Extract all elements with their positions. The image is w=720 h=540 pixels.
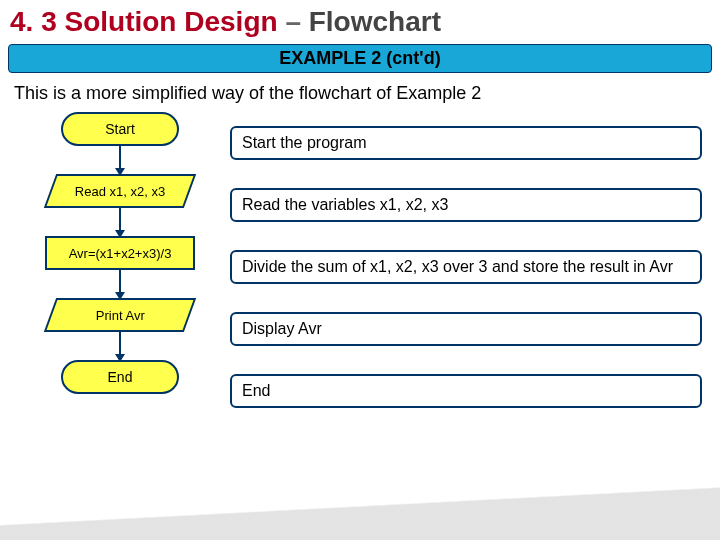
terminator-end-shape: End (61, 360, 179, 394)
shape-label: End (108, 369, 133, 385)
flow-row-start: Start Start the program (10, 112, 720, 174)
shape-col: Print Avr (10, 298, 230, 360)
flow-row-process: Avr=(x1+x2+x3)/3 Divide the sum of x1, x… (10, 236, 720, 298)
arrow-down-icon (119, 208, 121, 236)
desc-print: Display Avr (230, 312, 702, 346)
arrow-down-icon (119, 270, 121, 298)
example-banner: EXAMPLE 2 (cnt'd) (8, 44, 712, 73)
page-title: 4. 3 Solution Design – Flowchart (0, 0, 720, 40)
io-read-shape: Read x1, x2, x3 (44, 174, 196, 208)
arrow-down-icon (119, 146, 121, 174)
shape-label: Start (105, 121, 135, 137)
intro-text: This is a more simplified way of the flo… (0, 75, 720, 112)
shape-label: Avr=(x1+x2+x3)/3 (69, 246, 172, 261)
title-topic: Flowchart (309, 6, 441, 37)
shape-col: Avr=(x1+x2+x3)/3 (10, 236, 230, 298)
process-average-shape: Avr=(x1+x2+x3)/3 (45, 236, 195, 270)
decorative-wedge (0, 430, 720, 540)
title-separator: – (285, 6, 301, 37)
desc-end: End (230, 374, 702, 408)
shape-label: Print Avr (96, 308, 145, 323)
desc-start: Start the program (230, 126, 702, 160)
title-section: 4. 3 Solution Design (10, 6, 278, 37)
arrow-down-icon (119, 332, 121, 360)
shape-col: End (10, 360, 230, 422)
shape-label: Read x1, x2, x3 (75, 184, 165, 199)
desc-col: Start the program (230, 126, 720, 160)
flow-row-end: End End (10, 360, 720, 422)
desc-col: Divide the sum of x1, x2, x3 over 3 and … (230, 250, 720, 284)
desc-read: Read the variables x1, x2, x3 (230, 188, 702, 222)
io-print-shape: Print Avr (44, 298, 196, 332)
shape-col: Start (10, 112, 230, 174)
desc-col: End (230, 374, 720, 408)
flow-row-read: Read x1, x2, x3 Read the variables x1, x… (10, 174, 720, 236)
terminator-start-shape: Start (61, 112, 179, 146)
desc-col: Display Avr (230, 312, 720, 346)
flowchart-content: Start Start the program Read x1, x2, x3 … (0, 112, 720, 422)
desc-process: Divide the sum of x1, x2, x3 over 3 and … (230, 250, 702, 284)
desc-col: Read the variables x1, x2, x3 (230, 188, 720, 222)
flow-row-print: Print Avr Display Avr (10, 298, 720, 360)
shape-col: Read x1, x2, x3 (10, 174, 230, 236)
